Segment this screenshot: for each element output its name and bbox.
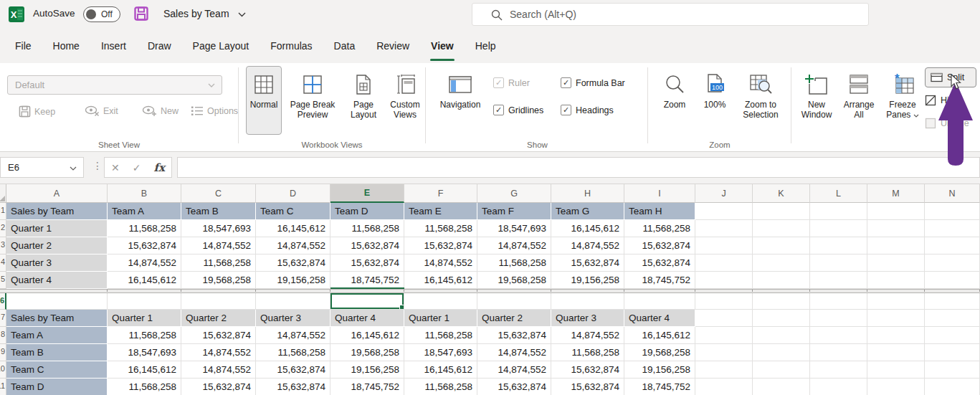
mouse-cursor: [0, 0, 980, 395]
excel-window: X AutoSave Off Sales by Team Search (Alt…: [0, 0, 980, 395]
